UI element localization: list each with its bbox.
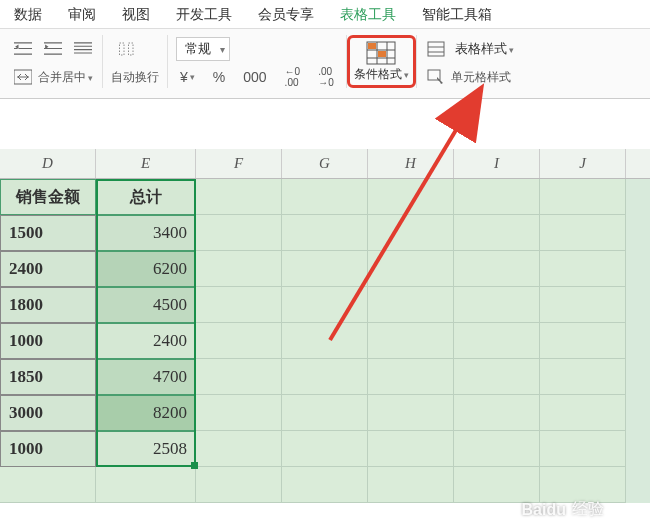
cell[interactable] [368,359,454,395]
cell[interactable] [196,215,282,251]
merge-center-icon[interactable] [12,66,34,88]
increase-indent-icon[interactable] [42,38,64,60]
cell[interactable] [454,251,540,287]
distribute-icon[interactable] [72,38,94,60]
tab-tabletools[interactable]: 表格工具 [340,6,396,24]
cell[interactable] [96,467,196,503]
cell[interactable] [368,431,454,467]
cell[interactable] [540,359,626,395]
cell[interactable] [454,287,540,323]
cell[interactable] [196,179,282,215]
cell[interactable] [0,467,96,503]
cell[interactable] [282,395,368,431]
tab-data[interactable]: 数据 [14,6,42,24]
cell[interactable] [540,287,626,323]
cell-d[interactable]: 1000 [0,323,96,359]
cell-e[interactable]: 2508 [96,431,196,467]
cell[interactable] [368,467,454,503]
cell[interactable] [282,467,368,503]
col-header-e[interactable]: E [96,149,196,178]
cell[interactable] [282,431,368,467]
cell[interactable] [282,179,368,215]
grid[interactable]: 销售金额 总计 1500 3400 2400 6200 1800 4500 10… [0,179,650,503]
cell[interactable] [282,359,368,395]
cell-e[interactable]: 8200 [96,395,196,431]
cell[interactable] [196,287,282,323]
cell-e[interactable]: 4700 [96,359,196,395]
cell[interactable] [196,467,282,503]
cell-style-icon[interactable] [425,66,447,88]
cell[interactable] [454,395,540,431]
cell[interactable] [454,323,540,359]
cell-d[interactable]: 3000 [0,395,96,431]
currency-button[interactable]: ¥ [176,69,199,85]
cell[interactable] [368,251,454,287]
cell-e[interactable]: 2400 [96,323,196,359]
thousands-button[interactable]: 000 [239,69,270,85]
cell[interactable] [196,251,282,287]
col-header-g[interactable]: G [282,149,368,178]
cell[interactable] [454,359,540,395]
conditional-format-label[interactable]: 条件格式 [354,66,409,83]
tab-smarttools[interactable]: 智能工具箱 [422,6,492,24]
col-header-h[interactable]: H [368,149,454,178]
header-d[interactable]: 销售金额 [0,179,96,215]
auto-wrap-icon[interactable] [111,36,143,62]
watermark-brand: Baidu [522,501,566,519]
col-header-f[interactable]: F [196,149,282,178]
table-style-label[interactable]: 表格样式 [455,40,514,58]
cell-d[interactable]: 1500 [0,215,96,251]
col-header-i[interactable]: I [454,149,540,178]
decrease-indent-icon[interactable] [12,38,34,60]
percent-button[interactable]: % [209,69,229,85]
cell[interactable] [540,395,626,431]
cell[interactable] [196,323,282,359]
cell[interactable] [454,179,540,215]
cell[interactable] [368,215,454,251]
cell-e[interactable]: 6200 [96,251,196,287]
cell[interactable] [454,467,540,503]
auto-wrap-label[interactable]: 自动换行 [111,69,159,86]
ribbon-group-wrap: 自动换行 [103,35,168,88]
cell[interactable] [540,179,626,215]
cell[interactable] [368,323,454,359]
cell[interactable] [368,395,454,431]
cell[interactable] [282,251,368,287]
cell[interactable] [368,179,454,215]
table-style-icon[interactable] [425,38,447,60]
cell[interactable] [454,431,540,467]
cell[interactable] [196,395,282,431]
tab-review[interactable]: 审阅 [68,6,96,24]
cell-e[interactable]: 3400 [96,215,196,251]
cell[interactable] [540,251,626,287]
cell[interactable] [540,323,626,359]
cell[interactable] [368,287,454,323]
cell[interactable] [282,215,368,251]
decrease-decimal-button[interactable]: .00→0 [314,66,338,88]
cell[interactable] [282,287,368,323]
conditional-format-highlight: 条件格式 [347,35,416,88]
cell-style-label[interactable]: 单元格样式 [451,69,511,86]
cell[interactable] [196,359,282,395]
col-header-j[interactable]: J [540,149,626,178]
cell-d[interactable]: 1800 [0,287,96,323]
tab-dev[interactable]: 开发工具 [176,6,232,24]
header-e[interactable]: 总计 [96,179,196,215]
cell-d[interactable]: 2400 [0,251,96,287]
conditional-format-icon[interactable] [365,40,397,66]
cell-d[interactable]: 1850 [0,359,96,395]
number-format-select[interactable]: 常规 [176,37,230,61]
cell[interactable] [454,215,540,251]
cell[interactable] [540,215,626,251]
cell[interactable] [540,467,626,503]
cell[interactable] [282,323,368,359]
cell-e[interactable]: 4500 [96,287,196,323]
cell[interactable] [540,431,626,467]
cell-d[interactable]: 1000 [0,431,96,467]
tab-view[interactable]: 视图 [122,6,150,24]
increase-decimal-button[interactable]: ←0.00 [281,66,305,88]
col-header-d[interactable]: D [0,149,96,178]
tab-member[interactable]: 会员专享 [258,6,314,24]
cell[interactable] [196,431,282,467]
merge-center-label[interactable]: 合并居中 [38,69,93,86]
